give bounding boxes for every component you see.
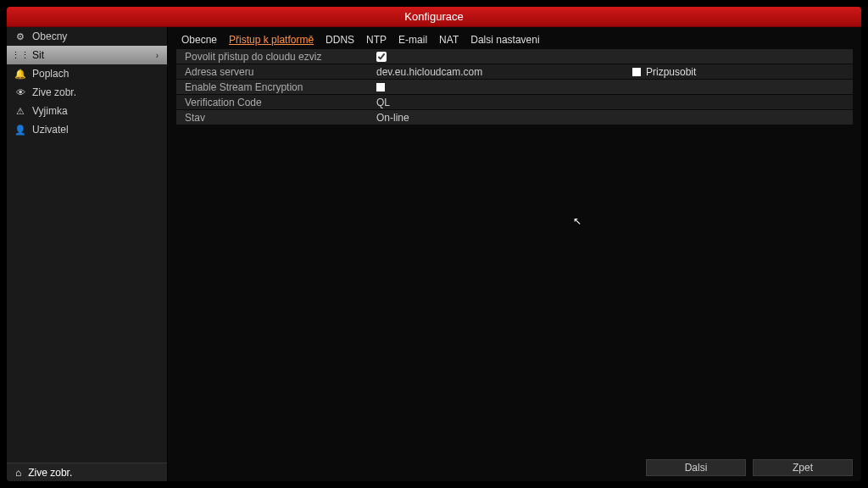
tabs: Obecne Přistup k platformě DDNS NTP E-ma… bbox=[176, 32, 853, 49]
sidebar-item-sit[interactable]: ⋮⋮ Sit › bbox=[7, 46, 167, 64]
label-verification-code: Verification Code bbox=[176, 97, 371, 108]
label-server-address: Adresa serveru bbox=[176, 66, 371, 78]
next-button[interactable]: Dalsi bbox=[646, 459, 746, 476]
sidebar-footer-label: Zive zobr. bbox=[28, 467, 72, 479]
sidebar-footer-live-view[interactable]: ⌂ Zive zobr. bbox=[7, 463, 167, 481]
label-stream-encryption: Enable Stream Encryption bbox=[176, 81, 371, 93]
user-icon: 👤 bbox=[15, 125, 25, 136]
sidebar-item-label: Vyjimka bbox=[32, 105, 68, 117]
tab-nat[interactable]: NAT bbox=[439, 34, 459, 46]
eye-icon: 👁 bbox=[15, 87, 25, 97]
bell-icon: 🔔 bbox=[15, 69, 25, 80]
gear-icon: ⚙ bbox=[15, 31, 25, 42]
value-status: On-line bbox=[371, 112, 632, 124]
tab-ntp[interactable]: NTP bbox=[366, 34, 387, 46]
sidebar-item-poplach[interactable]: 🔔 Poplach bbox=[7, 64, 167, 83]
window-title: Konfigurace bbox=[7, 7, 861, 27]
checkbox-custom-server[interactable] bbox=[632, 68, 641, 76]
checkbox-stream-encryption[interactable] bbox=[376, 83, 385, 92]
label-status: Stav bbox=[176, 112, 371, 124]
tab-dalsi-nastaveni[interactable]: Dalsi nastaveni bbox=[470, 34, 539, 46]
chevron-right-icon: › bbox=[156, 51, 159, 60]
form-area: Povolit přistup do cloudu ezviz Adresa s… bbox=[176, 49, 853, 476]
label-enable-cloud: Povolit přistup do cloudu ezviz bbox=[176, 51, 371, 63]
sidebar: ⚙ Obecny ⋮⋮ Sit › 🔔 Poplach 👁 Zive zobr. bbox=[7, 27, 167, 463]
value-verification-code[interactable]: QL bbox=[371, 97, 632, 108]
checkbox-enable-cloud[interactable] bbox=[376, 52, 387, 62]
sidebar-item-label: Zive zobr. bbox=[32, 86, 76, 98]
tab-email[interactable]: E-mail bbox=[398, 34, 427, 46]
tab-obecne[interactable]: Obecne bbox=[181, 34, 217, 46]
sidebar-item-label: Uzivatel bbox=[32, 124, 69, 136]
warning-icon: ⚠ bbox=[15, 106, 25, 117]
back-button[interactable]: Zpet bbox=[753, 459, 853, 476]
tab-pristup-k-platforme[interactable]: Přistup k platformě bbox=[229, 34, 314, 46]
home-icon: ⌂ bbox=[15, 467, 21, 479]
sidebar-item-zive-zobr[interactable]: 👁 Zive zobr. bbox=[7, 83, 167, 102]
sidebar-item-obecny[interactable]: ⚙ Obecny bbox=[7, 27, 167, 46]
tab-ddns[interactable]: DDNS bbox=[326, 34, 354, 46]
sidebar-item-vyjimka[interactable]: ⚠ Vyjimka bbox=[7, 102, 167, 120]
sidebar-item-uzivatel[interactable]: 👤 Uzivatel bbox=[7, 120, 167, 139]
value-server-address[interactable]: dev.eu.hicloudcam.com bbox=[371, 66, 632, 78]
network-icon: ⋮⋮ bbox=[15, 50, 25, 61]
label-custom-server: Prizpusobit bbox=[646, 66, 696, 78]
sidebar-item-label: Obecny bbox=[32, 30, 67, 42]
sidebar-item-label: Sit bbox=[32, 49, 44, 61]
sidebar-item-label: Poplach bbox=[32, 68, 69, 80]
